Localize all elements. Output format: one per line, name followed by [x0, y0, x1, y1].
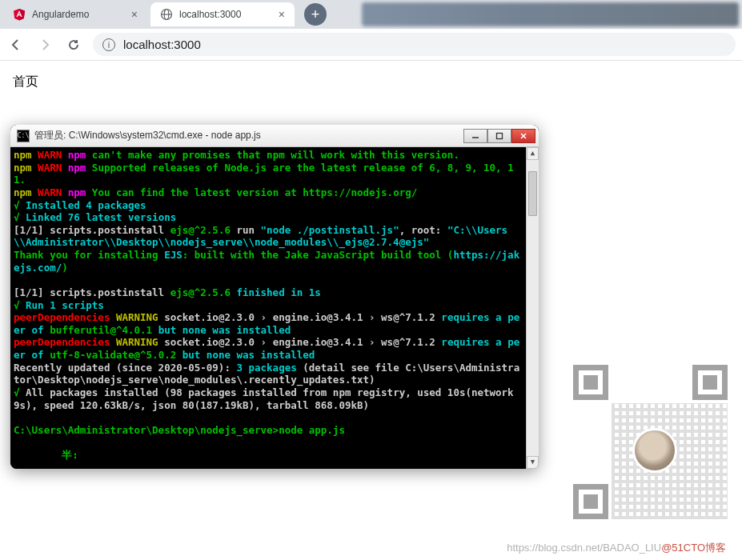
terminal-line: Recently updated (since 2020-05-09): 3 p…	[14, 362, 535, 386]
minimize-button[interactable]	[463, 129, 487, 143]
terminal-line	[14, 274, 535, 286]
terminal-line: Thank you for installing EJS: built with…	[14, 249, 535, 274]
browser-tabstrip: Angulardemo × localhost:3000 × +	[0, 0, 742, 29]
scrollbar[interactable]: ▲ ▼	[526, 147, 539, 469]
page-heading: 首页	[13, 74, 729, 90]
cmd-title: 管理员: C:\Windows\system32\cmd.exe - node …	[34, 129, 463, 142]
back-button[interactable]	[6, 35, 26, 54]
scrollbar-thumb[interactable]	[528, 171, 537, 216]
close-button[interactable]	[511, 129, 535, 143]
globe-icon	[160, 8, 173, 21]
background-window-blur	[362, 2, 739, 26]
terminal-line: npm WARN npm Supported releases of Node.…	[14, 162, 535, 186]
qr-avatar	[632, 428, 677, 473]
scroll-down-button[interactable]: ▼	[527, 456, 539, 469]
terminal-line	[14, 436, 535, 449]
cmd-titlebar[interactable]: C:\ 管理员: C:\Windows\system32\cmd.exe - n…	[10, 125, 539, 147]
watermark-text: https://blog.csdn.net/BADAO_LIU@51CTO博客	[507, 541, 726, 555]
terminal-line: √ Installed 4 packages	[14, 199, 535, 212]
terminal-line	[14, 411, 535, 424]
terminal-line: √ Linked 76 latest versions	[14, 211, 535, 224]
site-info-icon[interactable]: i	[102, 38, 115, 51]
reload-button[interactable]	[64, 35, 83, 54]
svg-rect-6	[497, 133, 503, 138]
close-icon[interactable]: ×	[131, 8, 138, 21]
scrollbar-track[interactable]	[527, 160, 539, 456]
tab-title: localhost:3000	[179, 9, 241, 20]
terminal-line: peerDependencies WARNING socket.io@2.3.0…	[14, 336, 535, 361]
page-content: 首页	[0, 61, 742, 103]
qr-watermark: https://blog.csdn.net/BADAO_LIU@51CTO博客	[550, 352, 742, 560]
new-tab-button[interactable]: +	[304, 3, 327, 26]
cmd-window: C:\ 管理员: C:\Windows\system32\cmd.exe - n…	[10, 125, 539, 469]
address-input[interactable]: i localhost:3000	[93, 33, 736, 56]
qr-code	[568, 360, 732, 524]
close-icon[interactable]: ×	[279, 8, 285, 21]
terminal-line: npm WARN npm You can find the latest ver…	[14, 186, 535, 199]
cmd-output[interactable]: ▲ ▼ npm WARN npm can't make any promises…	[10, 147, 539, 469]
browser-toolbar: i localhost:3000	[0, 29, 742, 61]
tab-localhost[interactable]: localhost:3000 ×	[150, 2, 295, 26]
terminal-line: [1/1] scripts.postinstall ejs@^2.5.6 run…	[14, 224, 535, 249]
terminal-line: peerDependencies WARNING socket.io@2.3.0…	[14, 311, 535, 336]
angular-icon	[13, 8, 26, 21]
terminal-line: C:\Users\Administrator\Desktop\nodejs_se…	[14, 424, 535, 437]
scroll-up-button[interactable]: ▲	[527, 147, 539, 160]
terminal-line: √ Run 1 scripts	[14, 299, 535, 312]
terminal-line: 半:	[14, 449, 535, 462]
tab-angulardemo[interactable]: Angulardemo ×	[3, 2, 147, 26]
tab-title: Angulardemo	[32, 9, 89, 20]
url-text: localhost:3000	[123, 38, 201, 51]
terminal-line: [1/1] scripts.postinstall ejs@^2.5.6 fin…	[14, 286, 535, 299]
terminal-line: √ All packages installed (98 packages in…	[14, 386, 535, 411]
terminal-line: npm WARN npm can't make any promises tha…	[14, 149, 535, 162]
cmd-icon: C:\	[17, 130, 30, 142]
maximize-button[interactable]	[487, 129, 511, 143]
forward-button[interactable]	[35, 35, 54, 54]
